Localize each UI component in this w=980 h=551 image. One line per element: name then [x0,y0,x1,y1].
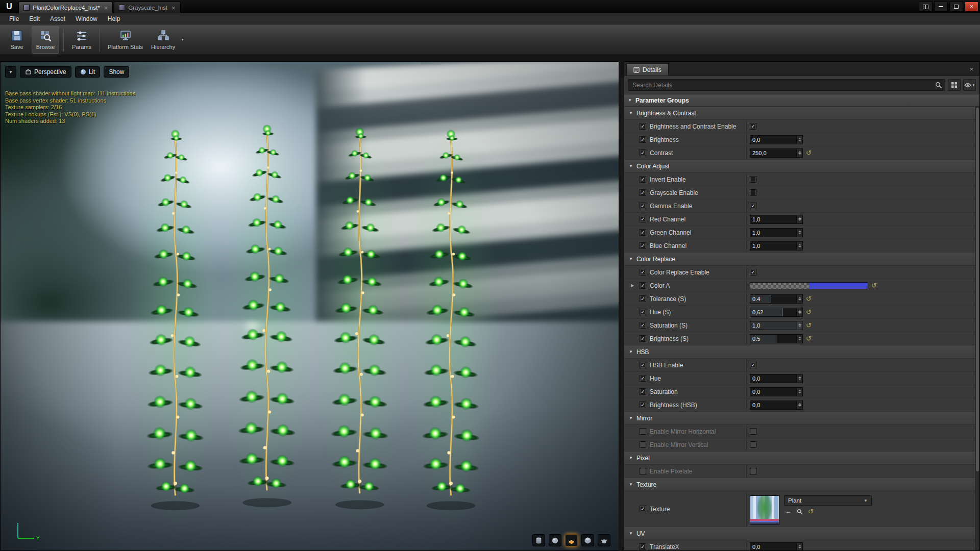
platform-stats-button[interactable]: Platform Stats [104,26,146,54]
reset-to-default-button[interactable]: ↺ [808,508,814,515]
preview-viewport[interactable]: ▼ Perspective Lit Show Base pass shader … [0,61,619,551]
override-checkbox[interactable]: ✓ [640,335,646,342]
reset-to-default-button[interactable]: ↺ [806,295,812,302]
reset-to-default-button[interactable]: ↺ [806,335,812,342]
value-checkbox[interactable]: ✓ [750,269,756,276]
number-input[interactable]: 0.5 [750,334,803,343]
details-scrollbar[interactable] [975,107,979,550]
tab-grayscale-inst[interactable]: Grayscale_Inst × [114,2,180,13]
override-checkbox[interactable]: ✓ [640,203,646,209]
override-checkbox[interactable]: ✓ [640,123,646,130]
override-checkbox[interactable]: ✓ [640,375,646,382]
preview-shape-plane-button[interactable] [565,534,578,546]
number-input[interactable]: 1,0 [750,241,803,251]
number-input[interactable]: 0,0 [750,400,803,410]
value-checkbox[interactable] [750,189,756,196]
number-input[interactable]: 1,0 [750,228,803,237]
override-checkbox[interactable]: ✓ [640,189,646,196]
parameter-groups-header[interactable]: ▼ Parameter Groups [624,94,979,107]
browse-button[interactable]: Browse [32,26,59,54]
close-button[interactable]: × [965,2,978,12]
value-checkbox[interactable]: ✓ [750,203,756,209]
value-checkbox[interactable] [750,176,756,183]
expand-arrow-icon[interactable]: ▶ [631,283,634,288]
number-input[interactable]: 0,62 [750,308,803,317]
override-checkbox[interactable]: ✓ [640,269,646,276]
group-header-texture[interactable]: ▼Texture [624,478,975,491]
group-header-pixel[interactable]: ▼Pixel [624,452,975,465]
menu-window[interactable]: Window [70,14,103,23]
override-checkbox[interactable]: ✓ [640,229,646,236]
hierarchy-dropdown-icon[interactable]: ▼ [181,38,184,41]
group-header-brightness-contrast[interactable]: ▼Brightness & Contrast [624,107,975,120]
spinner-icon[interactable] [796,215,802,223]
params-button[interactable]: Params [68,26,95,54]
lit-button[interactable]: Lit [75,66,101,78]
browse-to-asset-button[interactable] [797,509,803,515]
texture-select[interactable]: Plant▼ [784,495,872,506]
reset-to-default-button[interactable]: ↺ [806,149,812,156]
override-checkbox[interactable]: ✓ [640,362,646,368]
group-header-color-adjust[interactable]: ▼Color Adjust [624,160,975,173]
spinner-icon[interactable] [796,149,802,157]
override-checkbox[interactable]: ✓ [640,282,646,289]
tab-close-icon[interactable]: × [104,5,108,11]
tab-close-icon[interactable]: × [172,5,176,11]
preview-shape-cube-button[interactable] [581,534,594,546]
perspective-button[interactable]: Perspective [20,66,71,78]
number-input[interactable]: 0,0 [750,542,803,551]
spinner-icon[interactable] [796,242,802,250]
menu-help[interactable]: Help [103,14,126,23]
group-header-uv[interactable]: ▼UV [624,527,975,540]
override-checkbox[interactable]: ✓ [640,388,646,395]
override-checkbox[interactable]: ✓ [640,149,646,156]
viewport-options-button[interactable]: ▼ [5,66,16,78]
spinner-icon[interactable] [796,295,802,303]
number-input[interactable]: 0,0 [750,387,803,396]
reset-to-default-button[interactable]: ↺ [806,322,812,329]
reset-to-default-button[interactable]: ↺ [871,282,877,289]
menu-file[interactable]: File [4,14,24,23]
group-header-mirror[interactable]: ▼Mirror [624,412,975,425]
tab-details[interactable]: Details [626,63,669,76]
value-checkbox[interactable]: ✓ [750,123,756,130]
override-checkbox[interactable]: ✓ [640,136,646,143]
preview-shape-cylinder-button[interactable] [532,534,545,546]
override-checkbox[interactable]: ✓ [640,216,646,222]
hierarchy-button[interactable]: Hierarchy [148,26,179,54]
number-input[interactable]: 1,0 [750,321,803,330]
scrollbar-thumb[interactable] [976,108,979,471]
menu-edit[interactable]: Edit [24,14,45,23]
override-checkbox[interactable]: ✓ [640,242,646,249]
layout-button[interactable] [919,2,933,12]
value-checkbox[interactable]: ✓ [750,362,756,368]
group-header-hsb[interactable]: ▼HSB [624,345,975,359]
spinner-icon[interactable] [796,388,802,396]
tab-plantcolorreplace4-inst[interactable]: PlantColorReplace4_Inst* × [18,2,113,13]
reset-to-default-button[interactable]: ↺ [806,309,812,315]
spinner-icon[interactable] [796,136,802,144]
details-close-button[interactable]: × [966,65,976,76]
number-input[interactable]: 250,0 [750,148,803,158]
number-input[interactable]: 1,0 [750,215,803,224]
number-input[interactable]: 0,0 [750,135,803,144]
menu-asset[interactable]: Asset [45,14,70,23]
show-button[interactable]: Show [104,66,129,78]
override-checkbox[interactable]: ✓ [640,506,646,512]
override-checkbox[interactable]: ✓ [640,309,646,315]
panel-splitter[interactable] [619,61,624,551]
use-selected-asset-button[interactable]: ← [785,508,792,515]
preview-shape-teapot-button[interactable] [598,534,610,546]
override-checkbox[interactable]: ✓ [640,543,646,550]
preview-shape-sphere-button[interactable] [549,534,561,546]
override-checkbox[interactable]: ✓ [640,322,646,329]
spinner-icon[interactable] [796,308,802,316]
spinner-icon[interactable] [796,374,802,383]
spinner-icon[interactable] [796,335,802,343]
texture-thumbnail[interactable] [750,495,779,525]
save-button[interactable]: Save [3,26,31,54]
number-input[interactable]: 0.4 [750,294,803,304]
spinner-icon[interactable] [796,543,802,551]
spinner-icon[interactable] [796,229,802,237]
color-swatch[interactable] [750,282,868,289]
